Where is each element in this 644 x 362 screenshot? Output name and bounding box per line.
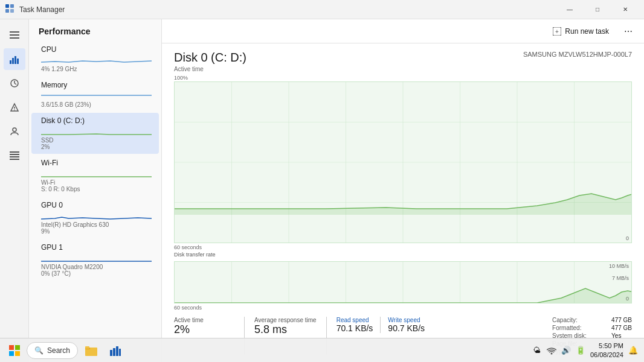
- task-manager-taskbar-icon[interactable]: [105, 340, 126, 361]
- run-task-icon: +: [553, 27, 561, 36]
- active-time-stat-value: 2%: [174, 323, 234, 337]
- sidebar-item-memory[interactable]: Memory 3.6/15.8 GB (23%): [31, 77, 159, 112]
- capacity-label: Capacity:: [552, 317, 607, 323]
- svg-rect-52: [113, 348, 115, 356]
- search-bar[interactable]: 🔍 Search: [27, 342, 78, 359]
- startup-nav-icon[interactable]: [4, 97, 25, 118]
- chart-100-label: 100%: [174, 75, 188, 81]
- read-speed-value: 70.1 KB/s: [336, 323, 373, 333]
- start-button[interactable]: [5, 341, 24, 360]
- svg-point-16: [14, 109, 15, 110]
- svg-rect-46: [9, 351, 14, 356]
- details-nav-icon[interactable]: [4, 145, 25, 167]
- nav-icons: [0, 19, 29, 362]
- disk-performance-area: Disk 0 (C: D:) SAMSUNG MZVLW512HMJP-000L…: [162, 43, 644, 362]
- write-speed-label: Write speed: [388, 317, 425, 323]
- write-speed-value: 90.7 KB/s: [388, 323, 425, 333]
- capacity-value: 477 GB: [611, 317, 632, 323]
- svg-rect-54: [119, 349, 121, 356]
- minimize-button[interactable]: —: [556, 0, 584, 19]
- svg-rect-3: [10, 9, 14, 13]
- svg-line-13: [14, 83, 16, 84]
- window-title: Task Manager: [19, 5, 65, 14]
- taskbar: 🔍 Search 🌤: [0, 338, 644, 362]
- disk-transfer-label: Disk transfer rate: [174, 252, 632, 258]
- svg-rect-19: [10, 154, 19, 155]
- svg-rect-21: [10, 159, 19, 160]
- read-speed-label: Read speed: [336, 317, 373, 323]
- taskbar-right: 🌤 🔊 🔋 5:50 PM 06/08/2024 🔔: [531, 341, 639, 359]
- svg-point-17: [13, 128, 16, 132]
- avg-response-value: 5.8 ms: [254, 323, 317, 337]
- svg-rect-20: [10, 156, 19, 157]
- maximize-button[interactable]: □: [584, 0, 611, 19]
- notification-icon[interactable]: 🔔: [627, 345, 639, 357]
- system-tray-icons: 🌤 🔊 🔋: [531, 345, 587, 357]
- search-label: Search: [47, 346, 70, 355]
- disk-title: Disk 0 (C: D:): [174, 51, 246, 65]
- sidebar-item-wifi[interactable]: Wi-Fi Wi-Fi S: 0 R: 0 Kbps: [31, 155, 159, 196]
- seconds-label: 60 seconds: [174, 244, 202, 250]
- svg-rect-1: [10, 4, 14, 8]
- svg-rect-47: [15, 351, 20, 356]
- disk-header: Disk 0 (C: D:) SAMSUNG MZVLW512HMJP-000L…: [174, 51, 632, 65]
- svg-point-55: [550, 352, 552, 354]
- svg-rect-45: [15, 345, 20, 350]
- sidebar-item-gpu0[interactable]: GPU 0 Intel(R) HD Graphics 630 9%: [31, 197, 159, 238]
- chart-0-right: 0: [626, 235, 629, 241]
- app-body: Performance CPU 4% 1.29 GHz Memory 3.6/1…: [0, 19, 644, 362]
- sidebar: Performance CPU 4% 1.29 GHz Memory 3.6/1…: [29, 19, 162, 362]
- active-time-stat-label: Active time: [174, 317, 234, 323]
- hamburger-nav-icon[interactable]: [4, 24, 25, 46]
- window-controls: — □ ✕: [556, 0, 639, 19]
- history-nav-icon[interactable]: [4, 72, 25, 94]
- upper-chart: 0: [174, 81, 632, 243]
- clock[interactable]: 5:50 PM 06/08/2024: [590, 341, 623, 359]
- more-options-button[interactable]: ⋯: [620, 23, 637, 40]
- title-bar-left: Task Manager: [5, 4, 65, 15]
- lower-chart: 10 MB/s 7 MB/s 0: [174, 261, 632, 303]
- formatted-label: Formatted:: [552, 325, 607, 331]
- svg-rect-0: [5, 4, 9, 8]
- app-icon: [5, 4, 14, 15]
- lower-seconds-label: 60 seconds: [174, 305, 632, 311]
- run-new-task-label: Run new task: [565, 27, 609, 36]
- svg-rect-7: [10, 60, 11, 64]
- volume-icon[interactable]: 🔊: [560, 345, 572, 357]
- svg-rect-53: [116, 346, 118, 356]
- sidebar-item-cpu[interactable]: CPU 4% 1.29 GHz: [31, 42, 159, 76]
- svg-rect-6: [10, 37, 19, 39]
- main-content: + Run new task ⋯ Disk 0 (C: D:) SAMSUNG …: [162, 19, 644, 362]
- file-explorer-taskbar-icon[interactable]: [80, 340, 102, 361]
- sidebar-item-gpu1[interactable]: GPU 1 NVIDIA Quadro M2200 0% (37 °C): [31, 240, 159, 281]
- main-topbar: + Run new task ⋯: [162, 19, 644, 43]
- formatted-value: 477 GB: [611, 325, 632, 331]
- clock-time: 5:50 PM: [599, 341, 623, 350]
- battery-icon[interactable]: 🔋: [575, 345, 587, 357]
- svg-rect-4: [10, 31, 19, 33]
- svg-rect-5: [10, 34, 19, 36]
- rw-divider: [380, 317, 381, 333]
- svg-rect-18: [10, 151, 19, 153]
- performance-nav-icon[interactable]: [4, 48, 25, 70]
- svg-rect-51: [110, 350, 112, 356]
- disk-model: SAMSUNG MZVLW512HMJP-000L7: [523, 51, 632, 58]
- svg-rect-9: [14, 56, 16, 64]
- network-icon[interactable]: [546, 345, 558, 357]
- avg-response-label: Average response time: [254, 317, 317, 323]
- run-new-task-button[interactable]: + Run new task: [547, 25, 615, 38]
- close-button[interactable]: ✕: [611, 0, 639, 19]
- svg-text:+: +: [555, 28, 559, 35]
- active-time-label: Active time: [174, 66, 632, 72]
- chart-area: 100%: [174, 75, 632, 312]
- sidebar-item-disk0[interactable]: Disk 0 (C: D:) SSD 2%: [31, 113, 159, 154]
- svg-rect-8: [12, 58, 14, 64]
- users-nav-icon[interactable]: [4, 121, 25, 142]
- sidebar-header: Performance: [29, 19, 161, 41]
- svg-rect-2: [5, 9, 9, 13]
- svg-rect-50: [85, 346, 89, 349]
- search-icon: 🔍: [34, 346, 43, 355]
- clock-date: 06/08/2024: [590, 351, 623, 359]
- svg-rect-44: [9, 345, 14, 350]
- weather-icon[interactable]: 🌤: [531, 345, 543, 357]
